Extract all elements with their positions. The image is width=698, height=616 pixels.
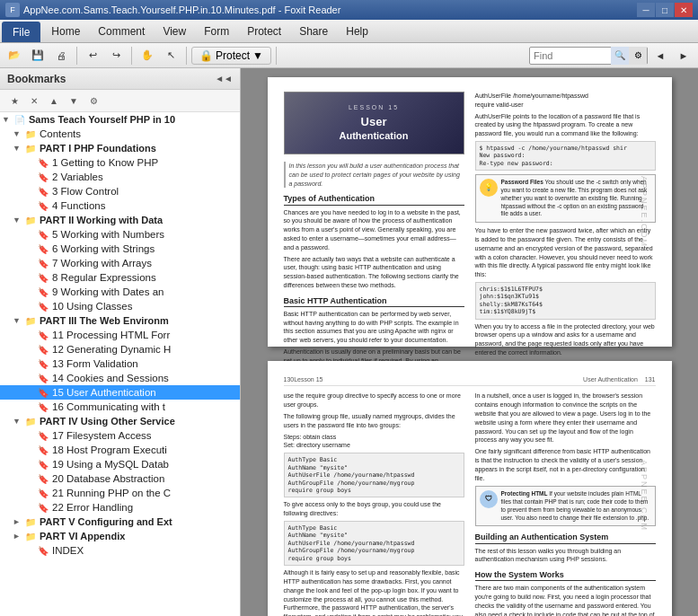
tree-ch9[interactable]: 🔖 9 Working with Dates an	[0, 285, 240, 299]
menu-share[interactable]: Share	[290, 20, 337, 42]
tree-ch15[interactable]: 🔖 15 User Authentication	[0, 385, 240, 400]
tree-part4[interactable]: ▼ 📁 PART IV Using Other Service	[0, 414, 240, 428]
tree-ch3[interactable]: 🔖 3 Flow Control	[0, 184, 240, 198]
tree-ch16[interactable]: 🔖 16 Communicating with t	[0, 400, 240, 414]
print-button[interactable]: 🖨	[50, 46, 72, 66]
redo-button[interactable]: ↪	[105, 46, 127, 66]
title-controls[interactable]: ─ □ ✕	[637, 3, 693, 17]
sidebar-title: Bookmarks	[7, 73, 66, 85]
search-button[interactable]: 🔍	[611, 47, 629, 65]
bookmark-up-button[interactable]: ▲	[45, 92, 63, 109]
bookmark-add-button[interactable]: ★	[5, 92, 23, 109]
tree-part3[interactable]: ▼ 📁 PART III The Web Environm	[0, 313, 240, 328]
p2-text-1: use the require group directive to speci…	[284, 392, 464, 409]
menu-home[interactable]: Home	[42, 20, 89, 42]
tree-ch6[interactable]: 🔖 6 Working with Strings	[0, 242, 240, 256]
bookmark-delete-button[interactable]: ✕	[25, 92, 43, 109]
tip-box-1: 💡 Password Files You should use the -c s…	[475, 174, 656, 223]
maximize-button[interactable]: □	[656, 3, 674, 17]
tree-ch7[interactable]: 🔖 7 Working with Arrays	[0, 256, 240, 270]
tree-part2-label: PART II Working with Data	[40, 215, 163, 225]
protect-icon: 🔒	[199, 49, 213, 62]
tree-ch2[interactable]: 🔖 2 Variables	[0, 170, 240, 184]
select-tool-button[interactable]: ↖	[160, 46, 181, 66]
ch9-icon: 🔖	[36, 286, 50, 298]
tree-ch15-label: 15 User Authentication	[52, 387, 156, 398]
ch13-icon: 🔖	[36, 357, 50, 370]
open-button[interactable]: 📂	[4, 46, 25, 66]
menu-help[interactable]: Help	[337, 20, 377, 42]
main-area: Bookmarks ◄◄ ★ ✕ ▲ ▼ ⚙ ▼ 📄 Sams Teach Yo…	[0, 68, 698, 616]
tree-part4-label: PART IV Using Other Service	[40, 416, 175, 427]
close-button[interactable]: ✕	[675, 3, 693, 17]
tree-ch8[interactable]: 🔖 8 Regular Expressions	[0, 270, 240, 285]
ch16-icon: 🔖	[36, 400, 50, 413]
ch7-icon: 🔖	[36, 257, 50, 269]
hand-tool-button[interactable]: ✋	[137, 46, 158, 66]
search-box[interactable]: 🔍 ⚙	[529, 47, 648, 65]
tree-ch11[interactable]: 🔖 11 Processing HTML Forr	[0, 328, 240, 342]
part5-arrow: ►	[13, 517, 23, 526]
minimize-button[interactable]: ─	[637, 3, 655, 17]
tree-contents[interactable]: ▼ 📁 Contents	[0, 127, 240, 141]
tree-ch5[interactable]: 🔖 5 Working with Numbers	[0, 227, 240, 242]
tree-ch10[interactable]: 🔖 10 Using Classes	[0, 299, 240, 313]
tree-ch20[interactable]: 🔖 20 Database Abstraction	[0, 471, 240, 486]
tree-ch1[interactable]: 🔖 1 Getting to Know PHP	[0, 155, 240, 170]
tree-ch20-label: 20 Database Abstraction	[52, 473, 164, 484]
tree-ch13[interactable]: 🔖 13 Form Validation	[0, 356, 240, 371]
basic-http-heading: Basic HTTP Authentication	[284, 295, 464, 307]
contents-icon: 📁	[23, 128, 38, 140]
search-settings-button[interactable]: ⚙	[629, 47, 647, 65]
ch10-icon: 🔖	[36, 300, 50, 312]
tree-contents-label: Contents	[40, 128, 81, 139]
tree-part2[interactable]: ▼ 📁 PART II Working with Data	[0, 213, 240, 227]
sidebar-content[interactable]: ▼ 📄 Sams Teach Yourself PHP in 10 ▼ 📁 Co…	[0, 112, 240, 616]
tree-ch5-label: 5 Working with Numbers	[52, 229, 164, 240]
title-text: AppNee.com.Sams.Teach.Yourself.PHP.in.10…	[23, 4, 340, 15]
p2-text-3: To give access only to the boys group, y…	[284, 500, 464, 518]
part2-icon: 📁	[23, 214, 38, 226]
tree-ch19-label: 19 Using a MySQL Datab	[52, 459, 169, 470]
protect-button[interactable]: 🔒 Protect ▼	[191, 47, 271, 65]
search-input[interactable]	[530, 50, 611, 61]
types-heading: Types of Authentication	[284, 193, 464, 205]
ch22-icon: 🔖	[36, 501, 50, 514]
tree-ch18[interactable]: 🔖 18 Host Program Executi	[0, 443, 240, 457]
tree-ch22[interactable]: 🔖 22 Error Handling	[0, 500, 240, 515]
tree-ch12[interactable]: 🔖 12 Generating Dynamic H	[0, 342, 240, 356]
tree-root[interactable]: ▼ 📄 Sams Teach Yourself PHP in 10	[0, 112, 240, 127]
types-text: Chances are you have needed to log in to…	[284, 208, 464, 252]
content-area[interactable]: Lesson 15 User Authentication In this le…	[241, 68, 698, 616]
save-button[interactable]: 💾	[27, 46, 49, 66]
tree-ch4[interactable]: 🔖 4 Functions	[0, 198, 240, 213]
index-icon: 🔖	[36, 544, 50, 557]
menu-protect[interactable]: Protect	[238, 20, 290, 42]
tree-index[interactable]: 🔖 INDEX	[0, 543, 240, 558]
app-icon: F	[5, 3, 20, 17]
menu-comment[interactable]: Comment	[89, 20, 154, 42]
htpasswd-cmd: $ htpasswd -c /home/yourname/htpasswd sh…	[475, 141, 656, 171]
tip-box-3: 🛡 Protecting HTML If your website includ…	[475, 486, 656, 526]
tree-ch10-label: 10 Using Classes	[52, 301, 132, 312]
nav-next-button[interactable]: ►	[673, 46, 694, 66]
undo-button[interactable]: ↩	[82, 46, 103, 66]
sidebar-collapse-icon[interactable]: ◄◄	[215, 74, 233, 84]
tree-ch21[interactable]: 🔖 21 Running PHP on the C	[0, 486, 240, 500]
tree-ch6-label: 6 Working with Strings	[52, 243, 155, 254]
tree-part6[interactable]: ► 📁 PART VI Appendix	[0, 529, 240, 543]
nav-prev-button[interactable]: ◄	[649, 46, 671, 66]
tree-ch14[interactable]: 🔖 14 Cookies and Sessions	[0, 371, 240, 385]
tree-part1[interactable]: ▼ 📁 PART I PHP Foundations	[0, 141, 240, 155]
menu-file[interactable]: File	[2, 22, 40, 42]
bookmark-down-button[interactable]: ▼	[65, 92, 83, 109]
menu-form[interactable]: Form	[195, 20, 238, 42]
menu-view[interactable]: View	[154, 20, 195, 42]
tree-ch19[interactable]: 🔖 19 Using a MySQL Datab	[0, 457, 240, 471]
lesson-intro-text: In this lesson you will build a user aut…	[284, 162, 464, 188]
tree-ch9-label: 9 Working with Dates an	[52, 286, 163, 297]
tree-ch17[interactable]: 🔖 17 Filesystem Access	[0, 428, 240, 443]
separator-2	[131, 47, 132, 65]
tree-part5[interactable]: ► 📁 PART V Configuring and Ext	[0, 515, 240, 529]
bookmark-settings-button[interactable]: ⚙	[84, 92, 102, 109]
